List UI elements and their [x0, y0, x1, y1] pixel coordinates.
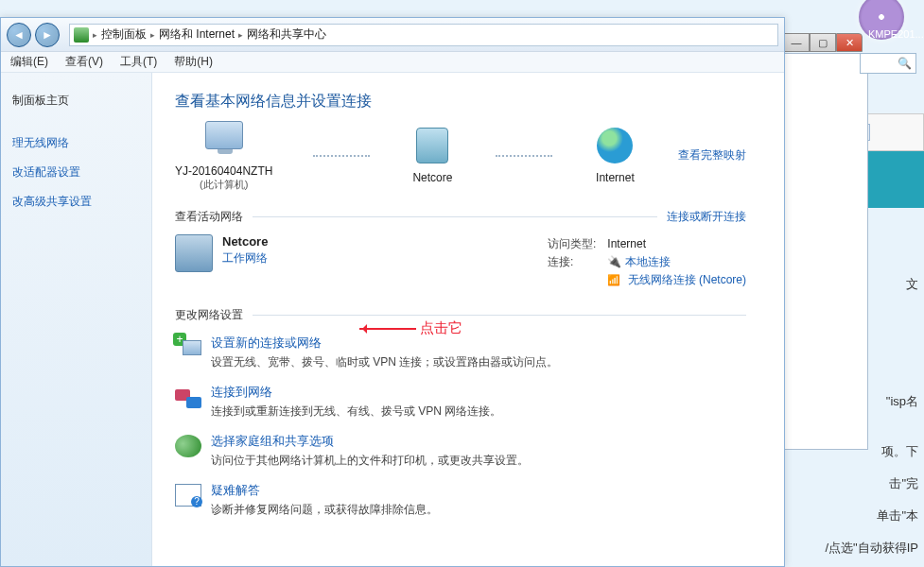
troubleshoot-icon	[175, 484, 201, 507]
crumb-control-panel[interactable]: 控制面板	[101, 26, 147, 43]
page-title: 查看基本网络信息并设置连接	[175, 92, 746, 112]
task-desc-2: 访问位于其他网络计算机上的文件和打印机，或更改共享设置。	[211, 453, 529, 469]
homegroup-icon	[175, 435, 201, 457]
pc-sub-label: (此计算机)	[175, 178, 272, 192]
task-connect-network[interactable]: 连接到网络 连接到或重新连接到无线、有线、拨号或 VPN 网络连接。	[175, 384, 746, 420]
chevron-right-icon: ▸	[238, 30, 243, 40]
annotation-arrow-icon	[359, 328, 416, 330]
search-box-secondary[interactable]: 🔍	[860, 53, 916, 74]
sidebar-advanced-sharing[interactable]: 改高级共享设置	[12, 187, 140, 216]
map-connector-2	[496, 155, 552, 157]
search-icon: 🔍	[898, 57, 912, 70]
bg-text-7: /点选"自动获得IP	[778, 532, 918, 564]
sidebar-manage-wireless[interactable]: 理无线网络	[12, 129, 140, 158]
navigation-bar: ◄ ► ▸ 控制面板 ▸ 网络和 Internet ▸ 网络和共享中心	[1, 18, 784, 52]
main-content: 查看基本网络信息并设置连接 YJ-20160404NZTH (此计算机) Net…	[152, 73, 784, 566]
network-map-row: YJ-20160404NZTH (此计算机) Netcore Internet …	[175, 119, 746, 192]
breadcrumb-root-icon	[74, 27, 89, 43]
computer-icon	[205, 121, 243, 149]
connect-network-icon	[175, 386, 201, 408]
map-connector-1	[313, 155, 370, 157]
map-node-internet: Internet	[592, 128, 637, 184]
wifi-connection-link[interactable]: 无线网络连接 (Netcore)	[628, 273, 746, 286]
access-type-label: 访问类型:	[548, 236, 604, 252]
control-panel-window: ◄ ► ▸ 控制面板 ▸ 网络和 Internet ▸ 网络和共享中心 编辑(E…	[0, 17, 785, 567]
minimize-button[interactable]: —	[783, 33, 810, 52]
network-large-icon	[175, 234, 213, 272]
connect-disconnect-link[interactable]: 连接或断开连接	[667, 209, 746, 225]
crumb-network-internet[interactable]: 网络和 Internet	[159, 26, 235, 43]
annotation-text: 点击它	[420, 319, 462, 337]
network-type-link[interactable]: 工作网络	[222, 250, 268, 266]
pc-name-label: YJ-20160404NZTH	[175, 164, 272, 178]
network-name: Netcore	[222, 234, 268, 249]
active-network-box: Netcore 工作网络 访问类型: Internet 连接: 🔌 本地连接	[175, 234, 746, 290]
annotation-callout: 点击它	[359, 319, 462, 337]
back-button[interactable]: ◄	[7, 23, 31, 47]
gateway-label: Netcore	[410, 171, 455, 184]
task-title-3: 疑难解答	[211, 482, 438, 499]
task-desc-1: 连接到或重新连接到无线、有线、拨号或 VPN 网络连接。	[211, 404, 501, 420]
task-homegroup[interactable]: 选择家庭组和共享选项 访问位于其他网络计算机上的文件和打印机，或更改共享设置。	[175, 433, 746, 469]
task-title-1: 连接到网络	[211, 384, 501, 401]
menu-help[interactable]: 帮助(H)	[174, 54, 213, 70]
router-icon	[416, 128, 448, 163]
task-setup-connection[interactable]: 设置新的连接或网络 设置无线、宽带、拨号、临时或 VPN 连接；或设置路由器或访…	[175, 335, 746, 370]
close-button[interactable]: ✕	[836, 33, 863, 52]
setup-connection-icon	[175, 336, 201, 359]
bg-text-5: 击"完	[778, 468, 918, 500]
secondary-window-controls: — ▢ ✕	[783, 33, 863, 52]
sidebar: 制面板主页 理无线网络 改适配器设置 改高级共享设置	[1, 73, 152, 566]
task-troubleshoot[interactable]: 疑难解答 诊断并修复网络问题，或获得故障排除信息。	[175, 482, 746, 518]
map-node-gateway: Netcore	[410, 128, 455, 184]
access-type-value: Internet	[607, 237, 646, 250]
local-connection-link[interactable]: 本地连接	[625, 255, 671, 268]
task-title-2: 选择家庭组和共享选项	[211, 433, 529, 450]
crumb-sharing-center[interactable]: 网络和共享中心	[247, 26, 326, 43]
menu-tools[interactable]: 工具(T)	[120, 54, 157, 70]
task-desc-0: 设置无线、宽带、拨号、临时或 VPN 连接；或设置路由器或访问点。	[211, 354, 558, 370]
chevron-right-icon: ▸	[93, 30, 97, 40]
change-settings-label: 更改网络设置	[175, 307, 243, 323]
task-desc-3: 诊断并修复网络问题，或获得故障排除信息。	[211, 502, 438, 518]
internet-label: Internet	[592, 171, 637, 184]
ethernet-icon: 🔌	[607, 255, 621, 268]
maximize-button[interactable]: ▢	[810, 33, 836, 52]
secondary-window	[783, 53, 868, 450]
globe-icon	[597, 128, 633, 163]
map-node-pc: YJ-20160404NZTH (此计算机)	[175, 119, 272, 192]
wifi-signal-icon: 📶	[607, 274, 620, 285]
view-full-map-link[interactable]: 查看完整映射	[678, 147, 746, 163]
forward-button[interactable]: ►	[35, 23, 60, 47]
menu-view[interactable]: 查看(V)	[65, 54, 103, 70]
menu-edit[interactable]: 编辑(E)	[10, 54, 48, 70]
breadcrumb[interactable]: ▸ 控制面板 ▸ 网络和 Internet ▸ 网络和共享中心	[69, 24, 778, 46]
bg-text-6: 单击"本	[778, 500, 918, 532]
active-networks-label: 查看活动网络	[175, 209, 243, 225]
menu-bar: 编辑(E) 查看(V) 工具(T) 帮助(H)	[1, 52, 784, 73]
active-networks-header: 查看活动网络 连接或断开连接	[175, 209, 746, 225]
connections-label: 连接:	[548, 254, 604, 270]
taskbar-disc-label[interactable]: KMPE201...	[868, 28, 924, 40]
chevron-right-icon: ▸	[150, 30, 155, 40]
sidebar-adapter-settings[interactable]: 改适配器设置	[12, 158, 140, 187]
sidebar-home[interactable]: 制面板主页	[12, 86, 140, 115]
